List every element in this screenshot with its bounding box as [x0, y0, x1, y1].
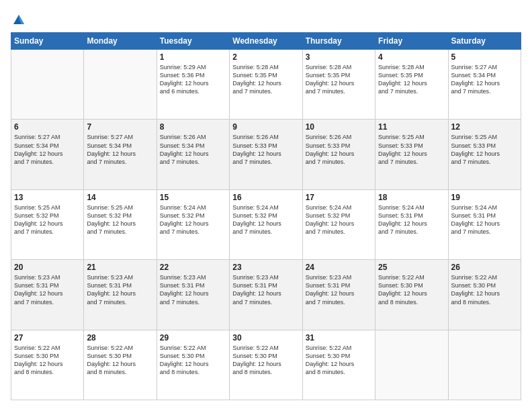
day-number: 8 — [160, 122, 226, 132]
calendar-day-cell: 29Sunrise: 5:22 AM Sunset: 5:30 PM Dayli… — [157, 330, 229, 400]
calendar-day-cell: 17Sunrise: 5:24 AM Sunset: 5:32 PM Dayli… — [302, 189, 375, 259]
day-info: Sunrise: 5:27 AM Sunset: 5:34 PM Dayligh… — [87, 133, 153, 166]
day-number: 24 — [306, 263, 372, 272]
day-info: Sunrise: 5:23 AM Sunset: 5:31 PM Dayligh… — [87, 273, 153, 306]
day-number: 20 — [14, 263, 81, 272]
day-number: 2 — [232, 52, 299, 62]
day-number: 23 — [232, 263, 299, 272]
day-info: Sunrise: 5:23 AM Sunset: 5:31 PM Dayligh… — [160, 273, 226, 306]
calendar-day-cell: 9Sunrise: 5:26 AM Sunset: 5:33 PM Daylig… — [230, 120, 302, 189]
day-number: 22 — [160, 263, 226, 272]
calendar-day-cell: 14Sunrise: 5:25 AM Sunset: 5:32 PM Dayli… — [84, 189, 157, 259]
day-info: Sunrise: 5:23 AM Sunset: 5:31 PM Dayligh… — [14, 273, 81, 306]
day-info: Sunrise: 5:25 AM Sunset: 5:33 PM Dayligh… — [378, 133, 445, 166]
calendar-day-cell: 20Sunrise: 5:23 AM Sunset: 5:31 PM Dayli… — [11, 260, 84, 330]
day-info: Sunrise: 5:23 AM Sunset: 5:31 PM Dayligh… — [232, 273, 299, 306]
day-number: 19 — [451, 193, 518, 202]
calendar-day-cell: 7Sunrise: 5:27 AM Sunset: 5:34 PM Daylig… — [84, 120, 157, 189]
day-number: 31 — [306, 333, 372, 342]
calendar-day-cell: 21Sunrise: 5:23 AM Sunset: 5:31 PM Dayli… — [84, 260, 157, 330]
calendar-day-cell: 30Sunrise: 5:22 AM Sunset: 5:30 PM Dayli… — [230, 330, 302, 400]
day-info: Sunrise: 5:24 AM Sunset: 5:31 PM Dayligh… — [378, 203, 445, 236]
calendar-day-cell — [11, 50, 84, 120]
day-number: 5 — [451, 52, 518, 62]
day-info: Sunrise: 5:27 AM Sunset: 5:34 PM Dayligh… — [14, 133, 81, 166]
day-number: 26 — [451, 263, 518, 272]
header-day-sunday: Sunday — [11, 33, 84, 50]
calendar-day-cell: 25Sunrise: 5:22 AM Sunset: 5:30 PM Dayli… — [375, 260, 448, 330]
day-info: Sunrise: 5:23 AM Sunset: 5:31 PM Dayligh… — [306, 273, 372, 306]
calendar-week-row: 13Sunrise: 5:25 AM Sunset: 5:32 PM Dayli… — [11, 189, 521, 259]
day-number: 10 — [306, 122, 372, 132]
day-info: Sunrise: 5:25 AM Sunset: 5:32 PM Dayligh… — [14, 203, 81, 236]
calendar-table: SundayMondayTuesdayWednesdayThursdayFrid… — [11, 32, 521, 400]
day-info: Sunrise: 5:28 AM Sunset: 5:35 PM Dayligh… — [232, 63, 299, 96]
calendar-day-cell: 13Sunrise: 5:25 AM Sunset: 5:32 PM Dayli… — [11, 189, 84, 259]
calendar-week-row: 20Sunrise: 5:23 AM Sunset: 5:31 PM Dayli… — [11, 260, 521, 330]
calendar-day-cell: 6Sunrise: 5:27 AM Sunset: 5:34 PM Daylig… — [11, 120, 84, 189]
calendar-day-cell: 24Sunrise: 5:23 AM Sunset: 5:31 PM Dayli… — [302, 260, 375, 330]
day-number: 30 — [232, 333, 299, 342]
day-number: 6 — [14, 122, 81, 132]
day-info: Sunrise: 5:26 AM Sunset: 5:33 PM Dayligh… — [306, 133, 372, 166]
logo-icon — [12, 12, 26, 26]
day-info: Sunrise: 5:27 AM Sunset: 5:34 PM Dayligh… — [451, 63, 518, 96]
day-number: 4 — [378, 52, 445, 62]
logo — [11, 11, 26, 26]
header-day-saturday: Saturday — [448, 33, 521, 50]
day-info: Sunrise: 5:25 AM Sunset: 5:33 PM Dayligh… — [451, 133, 518, 166]
day-number: 28 — [87, 333, 153, 342]
day-info: Sunrise: 5:29 AM Sunset: 5:36 PM Dayligh… — [160, 63, 226, 96]
calendar-day-cell — [448, 330, 521, 400]
day-number: 27 — [14, 333, 81, 342]
calendar-day-cell: 5Sunrise: 5:27 AM Sunset: 5:34 PM Daylig… — [448, 50, 521, 120]
header-day-tuesday: Tuesday — [157, 33, 229, 50]
header — [11, 11, 521, 26]
day-info: Sunrise: 5:25 AM Sunset: 5:32 PM Dayligh… — [87, 203, 153, 236]
calendar-day-cell — [375, 330, 448, 400]
day-info: Sunrise: 5:22 AM Sunset: 5:30 PM Dayligh… — [451, 273, 518, 306]
calendar-day-cell: 4Sunrise: 5:28 AM Sunset: 5:35 PM Daylig… — [375, 50, 448, 120]
calendar-day-cell: 23Sunrise: 5:23 AM Sunset: 5:31 PM Dayli… — [230, 260, 302, 330]
day-info: Sunrise: 5:28 AM Sunset: 5:35 PM Dayligh… — [306, 63, 372, 96]
day-info: Sunrise: 5:24 AM Sunset: 5:32 PM Dayligh… — [306, 203, 372, 236]
calendar-week-row: 1Sunrise: 5:29 AM Sunset: 5:36 PM Daylig… — [11, 50, 521, 120]
calendar-day-cell: 19Sunrise: 5:24 AM Sunset: 5:31 PM Dayli… — [448, 189, 521, 259]
day-number: 3 — [306, 52, 372, 62]
day-number: 17 — [306, 193, 372, 202]
day-info: Sunrise: 5:22 AM Sunset: 5:30 PM Dayligh… — [378, 273, 445, 306]
calendar-day-cell — [84, 50, 157, 120]
day-number: 29 — [160, 333, 226, 342]
calendar-week-row: 6Sunrise: 5:27 AM Sunset: 5:34 PM Daylig… — [11, 120, 521, 189]
day-number: 14 — [87, 193, 153, 202]
calendar-day-cell: 31Sunrise: 5:22 AM Sunset: 5:30 PM Dayli… — [302, 330, 375, 400]
header-day-friday: Friday — [375, 33, 448, 50]
calendar-day-cell: 18Sunrise: 5:24 AM Sunset: 5:31 PM Dayli… — [375, 189, 448, 259]
day-info: Sunrise: 5:22 AM Sunset: 5:30 PM Dayligh… — [232, 344, 299, 377]
calendar-day-cell: 27Sunrise: 5:22 AM Sunset: 5:30 PM Dayli… — [11, 330, 84, 400]
calendar-day-cell: 2Sunrise: 5:28 AM Sunset: 5:35 PM Daylig… — [230, 50, 302, 120]
calendar-day-cell: 8Sunrise: 5:26 AM Sunset: 5:34 PM Daylig… — [157, 120, 229, 189]
day-number: 7 — [87, 122, 153, 132]
day-number: 9 — [232, 122, 299, 132]
calendar-day-cell: 28Sunrise: 5:22 AM Sunset: 5:30 PM Dayli… — [84, 330, 157, 400]
day-number: 13 — [14, 193, 81, 202]
day-number: 15 — [160, 193, 226, 202]
day-info: Sunrise: 5:24 AM Sunset: 5:32 PM Dayligh… — [160, 203, 226, 236]
day-info: Sunrise: 5:22 AM Sunset: 5:30 PM Dayligh… — [306, 344, 372, 377]
calendar-day-cell: 22Sunrise: 5:23 AM Sunset: 5:31 PM Dayli… — [157, 260, 229, 330]
calendar-week-row: 27Sunrise: 5:22 AM Sunset: 5:30 PM Dayli… — [11, 330, 521, 400]
day-number: 11 — [378, 122, 445, 132]
calendar-day-cell: 12Sunrise: 5:25 AM Sunset: 5:33 PM Dayli… — [448, 120, 521, 189]
day-number: 12 — [451, 122, 518, 132]
day-number: 18 — [378, 193, 445, 202]
day-info: Sunrise: 5:26 AM Sunset: 5:33 PM Dayligh… — [232, 133, 299, 166]
day-info: Sunrise: 5:22 AM Sunset: 5:30 PM Dayligh… — [87, 344, 153, 377]
day-number: 16 — [232, 193, 299, 202]
day-info: Sunrise: 5:26 AM Sunset: 5:34 PM Dayligh… — [160, 133, 226, 166]
header-day-monday: Monday — [84, 33, 157, 50]
header-day-thursday: Thursday — [302, 33, 375, 50]
day-info: Sunrise: 5:24 AM Sunset: 5:32 PM Dayligh… — [232, 203, 299, 236]
calendar-day-cell: 1Sunrise: 5:29 AM Sunset: 5:36 PM Daylig… — [157, 50, 229, 120]
day-number: 1 — [160, 52, 226, 62]
